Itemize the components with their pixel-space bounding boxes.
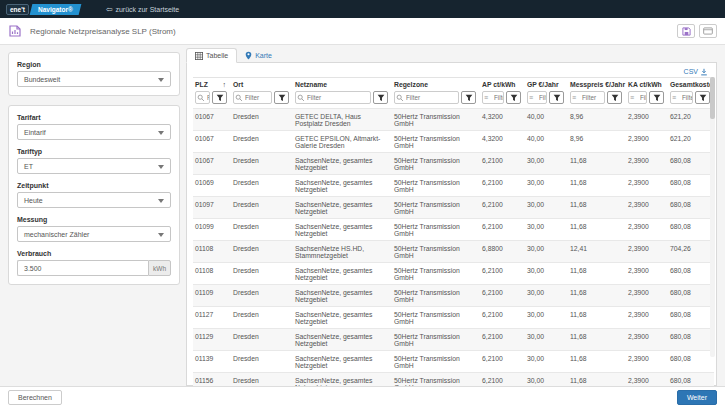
cell-gesamtkosten-eur: 680,08 xyxy=(668,197,714,219)
messung-select[interactable]: mechanischer Zähler xyxy=(17,226,171,242)
tarifart-select[interactable]: Eintarif xyxy=(17,124,171,140)
cell-gesamtkosten-eur: 680,08 xyxy=(668,307,714,329)
filter-menu-button-2[interactable] xyxy=(373,91,388,104)
cell-ka-ctkwh: 2,3900 xyxy=(626,285,668,307)
table-header-row: PLZ↑ Ort Netzname Regelzone AP ct/kWh GP… xyxy=(193,78,714,91)
cell-netzname: GETEC EPSILON, Altmarkt-Galerie Dresden xyxy=(293,131,392,153)
filter-menu-button-5[interactable] xyxy=(549,91,564,104)
funnel-icon xyxy=(465,94,473,102)
scrollbar-thumb[interactable] xyxy=(710,77,715,119)
cell-messpreis-eur-jahr: 11,68 xyxy=(568,329,626,351)
tab-karte[interactable]: Karte xyxy=(237,48,280,62)
page-header: Regionale Netzpreisanalyse SLP (Strom) xyxy=(0,18,725,45)
filter-menu-button-1[interactable] xyxy=(274,91,289,104)
cell-ka-ctkwh: 2,3900 xyxy=(626,241,668,263)
col-netzname[interactable]: Netzname xyxy=(293,78,392,91)
filter-menu-button-7[interactable] xyxy=(649,91,664,104)
cell-ort: Dresden xyxy=(231,131,293,153)
table-row[interactable]: 01108DresdenSachsenNetze, gesamtes Netzg… xyxy=(193,263,714,285)
zeitpunkt-label: Zeitpunkt xyxy=(17,182,171,189)
table-row[interactable]: 01109DresdenSachsenNetze, gesamtes Netzg… xyxy=(193,285,714,307)
col-gesamtkosten[interactable]: Gesamtkosten € xyxy=(668,78,714,91)
app-logo[interactable]: ene't Navigator® xyxy=(6,4,80,15)
cell-plz: 01127 xyxy=(193,307,231,329)
messung-label: Messung xyxy=(17,216,171,223)
cell-ka-ctkwh: 2,3900 xyxy=(626,131,668,153)
cell-regelzone: 50Hertz Transmission GmbH xyxy=(392,219,480,241)
table-row[interactable]: 01067DresdenGETEC EPSILON, Altmarkt-Gale… xyxy=(193,131,714,153)
cell-gp-eur-jahr: 30,00 xyxy=(525,285,568,307)
cell-ka-ctkwh: 2,3900 xyxy=(626,351,668,373)
tab-karte-label: Karte xyxy=(255,52,272,59)
table-row[interactable]: 01067DresdenSachsenNetze, gesamtes Netzg… xyxy=(193,153,714,175)
funnel-icon xyxy=(377,94,385,102)
csv-export-link[interactable]: CSV xyxy=(684,68,708,76)
zeitpunkt-select[interactable]: Heute xyxy=(17,192,171,208)
tariftyp-select[interactable]: ET xyxy=(17,158,171,174)
cell-messpreis-eur-jahr: 11,68 xyxy=(568,285,626,307)
filter-menu-button-0[interactable] xyxy=(212,91,227,104)
search-icon xyxy=(197,94,205,102)
table-row[interactable]: 01067DresdenGETEC DELTA, Haus Postplatz … xyxy=(193,109,714,131)
cell-ap-ctkwh: 6,2100 xyxy=(480,351,525,373)
map-pin-icon xyxy=(245,51,252,60)
cell-netzname: SachsenNetze, gesamtes Netzgebiet xyxy=(293,329,392,351)
table-scrollbar[interactable] xyxy=(710,77,715,357)
verbrauch-input[interactable] xyxy=(17,260,148,276)
cell-plz: 01108 xyxy=(193,241,231,263)
weiter-button[interactable]: Weiter xyxy=(677,390,717,405)
tab-tabelle[interactable]: Tabelle xyxy=(186,48,237,63)
cell-ap-ctkwh: 6,2100 xyxy=(480,263,525,285)
col-ort[interactable]: Ort xyxy=(231,78,293,91)
card-view-button[interactable] xyxy=(699,24,717,38)
funnel-icon xyxy=(216,94,224,102)
cell-ka-ctkwh: 2,3900 xyxy=(626,153,668,175)
region-select[interactable]: Bundesweit xyxy=(17,71,171,87)
table-row[interactable]: 01139DresdenSachsenNetze, gesamtes Netzg… xyxy=(193,351,714,373)
cell-messpreis-eur-jahr: 11,68 xyxy=(568,219,626,241)
region-card: Region Bundesweit xyxy=(8,52,180,96)
table-row[interactable]: 01097DresdenSachsenNetze, gesamtes Netzg… xyxy=(193,197,714,219)
cell-plz: 01067 xyxy=(193,153,231,175)
cell-gp-eur-jahr: 40,00 xyxy=(525,109,568,131)
cell-regelzone: 50Hertz Transmission GmbH xyxy=(392,285,480,307)
filter-cell-6: ≡ xyxy=(568,90,626,109)
menu-icon: ≡ xyxy=(572,94,580,102)
col-plz[interactable]: PLZ↑ xyxy=(193,78,231,91)
berechnen-button[interactable]: Berechnen xyxy=(8,390,62,405)
filter-menu-button-3[interactable] xyxy=(461,91,476,104)
table-row[interactable]: 01099DresdenSachsenNetze, gesamtes Netzg… xyxy=(193,219,714,241)
cell-plz: 01108 xyxy=(193,263,231,285)
table-row[interactable]: 01129DresdenSachsenNetze, gesamtes Netzg… xyxy=(193,329,714,351)
cell-ap-ctkwh: 6,2100 xyxy=(480,329,525,351)
cell-ap-ctkwh: 4,3200 xyxy=(480,109,525,131)
col-regelzone[interactable]: Regelzone xyxy=(392,78,480,91)
cell-ap-ctkwh: 6,2100 xyxy=(480,307,525,329)
cell-netzname: SachsenNetze, gesamtes Netzgebiet xyxy=(293,351,392,373)
table-row[interactable]: 01108DresdenSachsenNetze HS.HD, Stammnet… xyxy=(193,241,714,263)
table-row[interactable]: 01069DresdenSachsenNetze, gesamtes Netzg… xyxy=(193,175,714,197)
filter-menu-button-4[interactable] xyxy=(506,91,521,104)
back-to-start-link[interactable]: ⇦ zurück zur Startseite xyxy=(106,5,180,14)
cell-gp-eur-jahr: 30,00 xyxy=(525,263,568,285)
funnel-icon xyxy=(553,94,561,102)
menu-icon: ≡ xyxy=(484,94,492,102)
cell-gesamtkosten-eur: 621,20 xyxy=(668,109,714,131)
save-button[interactable] xyxy=(677,24,695,38)
col-ka[interactable]: KA ct/kWh xyxy=(626,78,668,91)
table-row[interactable]: 01127DresdenSachsenNetze, gesamtes Netzg… xyxy=(193,307,714,329)
cell-ort: Dresden xyxy=(231,329,293,351)
cell-gesamtkosten-eur: 621,20 xyxy=(668,131,714,153)
col-gp[interactable]: GP €/Jahr xyxy=(525,78,568,91)
verbrauch-label: Verbrauch xyxy=(17,250,171,257)
back-arrow-icon: ⇦ xyxy=(106,5,113,14)
filter-menu-button-8[interactable] xyxy=(695,91,710,104)
col-messpreis[interactable]: Messpreis €/Jahr xyxy=(568,78,626,91)
filter-menu-button-6[interactable] xyxy=(607,91,622,104)
cell-gp-eur-jahr: 30,00 xyxy=(525,175,568,197)
filter-input-2[interactable] xyxy=(295,91,371,104)
cell-ka-ctkwh: 2,3900 xyxy=(626,197,668,219)
col-ap[interactable]: AP ct/kWh xyxy=(480,78,525,91)
cell-ort: Dresden xyxy=(231,285,293,307)
back-link-label: zurück zur Startseite xyxy=(115,6,179,13)
